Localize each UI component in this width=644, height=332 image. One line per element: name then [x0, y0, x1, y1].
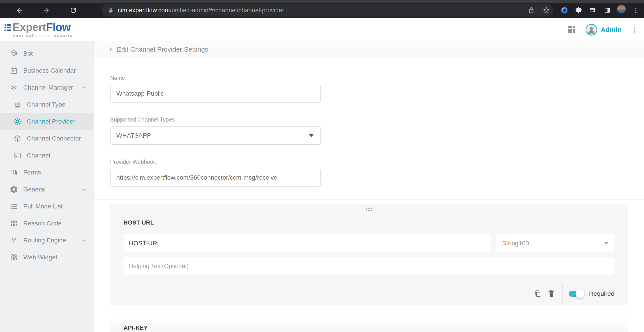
- expertflow-logo-icon: [4, 21, 12, 32]
- apps-grid-icon[interactable]: [567, 25, 576, 34]
- chevron-down-icon[interactable]: [80, 237, 87, 244]
- logo-tagline: your callcenter experts: [13, 33, 73, 38]
- page-title: Edit Channel Provider Settings: [117, 46, 208, 53]
- reason-code-grid-icon: [10, 219, 18, 228]
- gear-icon: [10, 185, 18, 194]
- browser-menu-icon[interactable]: [632, 6, 640, 15]
- sidebar-item-reason-code[interactable]: Reason Code: [0, 215, 93, 232]
- browser-profile-avatar[interactable]: [617, 5, 626, 13]
- webhook-label: Provider Webhook: [110, 159, 644, 165]
- lock-icon: [108, 7, 114, 13]
- sidebar-item-channel-type[interactable]: Channel Type: [0, 96, 93, 113]
- logo-flow: Flow: [46, 21, 71, 33]
- attribute-key-input[interactable]: [124, 234, 492, 252]
- channel-type-icon: [13, 100, 22, 109]
- channel-connector-icon: [13, 134, 22, 143]
- sidebar-item-channel-manager[interactable]: Channel Manager: [0, 79, 93, 96]
- sidebar-item-web-widget[interactable]: Web Widget: [0, 249, 93, 266]
- calendar-icon: [10, 66, 18, 75]
- expertflow-logo: ExpertFlow your callcenter experts: [4, 21, 73, 38]
- attribute-title: HOST-URL: [124, 204, 614, 226]
- section-divider: [94, 199, 644, 199]
- sidebar-item-channel-provider[interactable]: Channel Provider: [0, 113, 93, 130]
- extensions-puzzle-icon[interactable]: [574, 6, 583, 15]
- header-menu-icon[interactable]: [630, 26, 638, 33]
- sidebar-item-general[interactable]: General: [0, 181, 93, 198]
- breadcrumb: Edit Channel Provider Settings: [94, 41, 644, 58]
- chevron-down-icon[interactable]: [80, 186, 87, 193]
- forms-icon: [10, 168, 18, 177]
- delete-icon[interactable]: [546, 289, 556, 299]
- attribute-title: API-KEY: [124, 316, 614, 331]
- sidebar-item-bot[interactable]: Bot: [0, 45, 93, 62]
- page: cim.expertflow.com/unified-admin/#/chann…: [0, 0, 644, 332]
- logo-wordmark: ExpertFlow: [12, 21, 71, 33]
- logo-expert: Expert: [12, 21, 46, 33]
- sidebar-item-channel[interactable]: Channel: [0, 147, 93, 164]
- list-icon: [10, 202, 18, 211]
- dropdown-arrow-icon: [309, 134, 314, 137]
- forward-icon[interactable]: [42, 6, 50, 15]
- sidebar: Bot Business Calendar Channel Manager: [0, 41, 94, 332]
- media-queue-icon[interactable]: [588, 6, 598, 15]
- attribute-type-select[interactable]: String100: [496, 234, 614, 252]
- channel-types-value: WHATSAPP: [116, 132, 151, 139]
- back-icon[interactable]: [15, 6, 24, 15]
- channel-provider-icon: [13, 117, 22, 126]
- admin-user-label[interactable]: Admin: [601, 26, 622, 33]
- sidebar-item-channel-connector[interactable]: Channel Connector: [0, 130, 93, 147]
- sidebar-item-forms[interactable]: Forms: [0, 164, 93, 181]
- extension-badge-icon[interactable]: [560, 6, 569, 15]
- reload-icon[interactable]: [69, 6, 78, 15]
- sidebar-item-business-calendar[interactable]: Business Calendar: [0, 62, 93, 79]
- side-panel-icon[interactable]: [603, 6, 612, 15]
- app-header: ExpertFlow your callcenter experts Admin: [0, 18, 644, 41]
- main-content: Edit Channel Provider Settings Name Supp…: [94, 41, 644, 332]
- webhook-input[interactable]: [110, 169, 321, 186]
- web-widget-icon: [10, 253, 18, 262]
- attribute-card-api-key: API-KEY: [110, 316, 628, 332]
- chevron-up-icon[interactable]: [80, 84, 87, 91]
- helping-text-input[interactable]: [124, 257, 614, 275]
- url-host: cim.expertflow.com: [118, 7, 170, 14]
- bookmark-star-icon[interactable]: [542, 6, 551, 15]
- browser-topstrip: [0, 0, 644, 3]
- channel-manager-icon: [10, 83, 18, 92]
- attribute-card-host-url: HOST-URL String100: [110, 204, 628, 305]
- channel-cast-icon: [13, 151, 22, 160]
- url-text: cim.expertflow.com/unified-admin/#/chann…: [118, 7, 284, 14]
- sidebar-item-routing-engine[interactable]: Routing Engine: [0, 232, 93, 249]
- url-path: /unified-admin/#/channel/channel-provide…: [170, 7, 284, 14]
- browser-chrome: cim.expertflow.com/unified-admin/#/chann…: [0, 0, 644, 18]
- required-toggle[interactable]: [569, 291, 584, 297]
- footer-divider: [562, 284, 562, 304]
- bot-icon: [10, 49, 18, 58]
- routing-engine-icon: [10, 236, 18, 245]
- channel-types-label: Supported Channel Types: [110, 116, 644, 123]
- name-input[interactable]: [110, 85, 321, 103]
- channel-types-select[interactable]: WHATSAPP: [110, 127, 321, 145]
- attribute-type-value: String100: [502, 240, 529, 247]
- name-label: Name: [110, 75, 644, 81]
- dropdown-arrow-icon: [604, 242, 608, 245]
- url-bar[interactable]: cim.expertflow.com/unified-admin/#/chann…: [102, 4, 553, 16]
- drag-handle-icon[interactable]: [366, 207, 372, 211]
- copy-icon[interactable]: [533, 289, 543, 299]
- user-avatar[interactable]: [586, 24, 597, 35]
- sidebar-item-pull-mode-list[interactable]: Pull Mode List: [0, 198, 93, 215]
- share-icon[interactable]: [527, 6, 536, 15]
- required-label: Required: [589, 290, 614, 297]
- breadcrumb-caret-icon[interactable]: [110, 47, 112, 51]
